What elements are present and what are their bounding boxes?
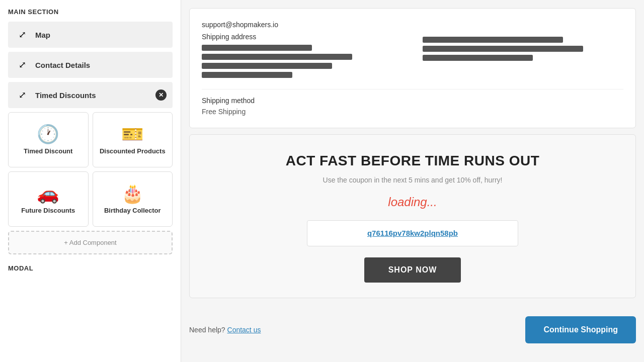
continue-shopping-button[interactable]: Continue Shopping <box>525 316 636 343</box>
promo-code[interactable]: q76116pv78kw2plqn58pb <box>367 229 458 237</box>
shipping-section: Shipping method Free Shipping <box>202 89 623 116</box>
main-section-title: MAIN SECTION <box>8 8 173 16</box>
main-content: support@shopmakers.io Shipping address S… <box>181 0 644 362</box>
sidebar-item-map-label: Map <box>35 31 50 39</box>
shipping-method-value: Free Shipping <box>202 108 623 116</box>
email-label: support@shopmakers.io <box>202 21 403 29</box>
birthday-collector-card-icon: 🎂 <box>121 185 144 203</box>
footer: Need help? Contact us Continue Shopping <box>181 306 644 353</box>
right-bar-2 <box>423 46 583 52</box>
component-card-future-discounts[interactable]: 🚗 Future Discounts <box>8 171 89 227</box>
timed-discounts-icon: ⤢ <box>16 89 28 101</box>
promo-subtitle: Use the coupon in the next 5 mins and ge… <box>323 176 503 184</box>
birthday-collector-card-label: Birthday Collector <box>104 207 161 214</box>
right-bar-1 <box>423 37 563 43</box>
footer-help-text: Need help? Contact us <box>189 326 261 334</box>
right-bar-3 <box>423 55 533 61</box>
sidebar-item-contact-details[interactable]: ⤢ Contact Details <box>8 52 173 78</box>
contact-details-icon: ⤢ <box>16 59 28 71</box>
order-col-left: support@shopmakers.io Shipping address <box>202 21 403 81</box>
promo-title: ACT FAST BEFORE TIME RUNS OUT <box>286 153 540 169</box>
component-card-birthday-collector[interactable]: 🎂 Birthday Collector <box>93 171 173 227</box>
map-icon: ⤢ <box>16 29 28 41</box>
promo-card: ACT FAST BEFORE TIME RUNS OUT Use the co… <box>189 134 636 298</box>
add-component-button[interactable]: + Add Component <box>8 231 173 254</box>
discounted-products-card-icon: 🎫 <box>121 125 144 143</box>
component-card-discounted-products[interactable]: 🎫 Discounted Products <box>93 112 173 167</box>
promo-code-box: q76116pv78kw2plqn58pb <box>307 220 518 246</box>
timed-discounts-close-button[interactable]: ✕ <box>155 89 167 101</box>
future-discounts-card-label: Future Discounts <box>21 207 75 214</box>
discounted-products-card-label: Discounted Products <box>100 147 166 155</box>
order-row-top: support@shopmakers.io Shipping address <box>202 21 623 81</box>
timed-discount-card-icon: 🕐 <box>37 125 59 143</box>
timed-discount-card-label: Timed Discount <box>24 147 72 155</box>
sidebar: MAIN SECTION ⤢ Map ⤢ Contact Details ⤢ T… <box>0 0 181 362</box>
shipping-address-label: Shipping address <box>202 33 403 41</box>
shop-now-button[interactable]: SHOP NOW <box>364 257 461 283</box>
components-grid: 🕐 Timed Discount 🎫 Discounted Products 🚗… <box>8 112 173 227</box>
close-icon: ✕ <box>158 92 164 99</box>
help-text-label: Need help? <box>189 326 225 334</box>
address-bar-2 <box>202 54 352 60</box>
component-card-timed-discount[interactable]: 🕐 Timed Discount <box>8 112 89 167</box>
address-bar-4 <box>202 72 292 78</box>
sidebar-item-timed-discounts[interactable]: ⤢ Timed Discounts ✕ <box>8 82 173 108</box>
shipping-method-label: Shipping method <box>202 97 623 105</box>
future-discounts-card-icon: 🚗 <box>37 185 59 203</box>
sidebar-item-map[interactable]: ⤢ Map <box>8 22 173 48</box>
order-card: support@shopmakers.io Shipping address S… <box>189 8 636 128</box>
promo-loading: loading... <box>388 195 437 209</box>
order-col-right <box>423 21 623 81</box>
contact-us-link[interactable]: Contact us <box>227 326 261 334</box>
sidebar-item-contact-details-label: Contact Details <box>35 61 90 69</box>
address-bar-1 <box>202 45 312 51</box>
sidebar-item-timed-discounts-label: Timed Discounts <box>35 91 96 100</box>
modal-section-title: MODAL <box>8 264 173 272</box>
address-bar-3 <box>202 63 332 69</box>
